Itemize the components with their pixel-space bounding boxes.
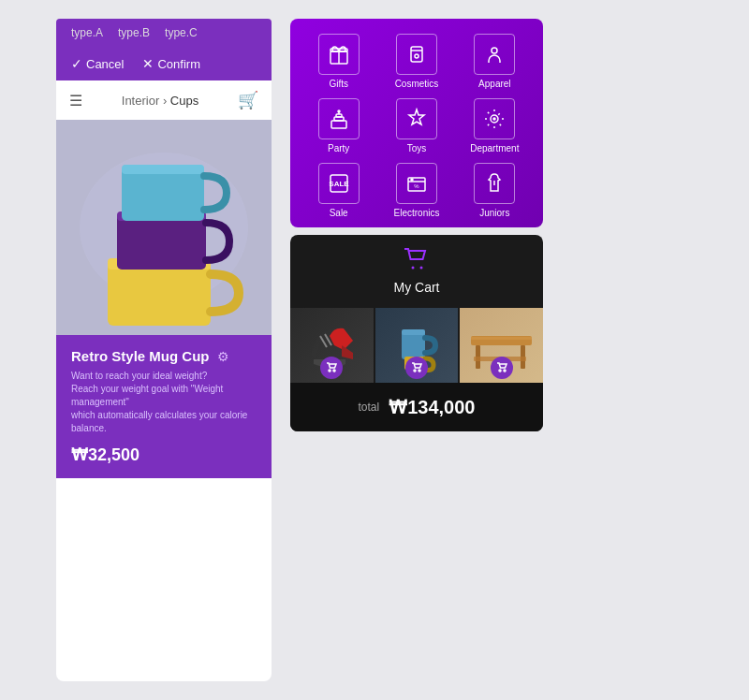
svg-point-19 bbox=[338, 110, 340, 112]
cancel-button[interactable]: ✓ Cancel bbox=[71, 56, 124, 71]
category-item-toys[interactable]: Toys bbox=[377, 98, 455, 153]
cart-total-label: total bbox=[359, 401, 380, 414]
svg-rect-15 bbox=[331, 121, 346, 128]
svg-point-39 bbox=[419, 370, 420, 372]
cosmetics-label: Cosmetics bbox=[395, 79, 439, 89]
department-icon bbox=[474, 98, 515, 139]
menu-icon[interactable]: ☰ bbox=[69, 92, 82, 109]
cart-icon-large bbox=[404, 248, 430, 276]
product-desc: Want to reach your ideal weight? Reach y… bbox=[71, 370, 257, 435]
cart-items-grid bbox=[290, 308, 543, 383]
svg-rect-35 bbox=[402, 331, 425, 359]
type-a-label: type.A bbox=[71, 26, 103, 39]
sale-icon: SALE bbox=[318, 163, 360, 204]
svg-point-46 bbox=[504, 370, 506, 372]
gifts-label: Gifts bbox=[329, 79, 348, 89]
category-panel: Gifts Cosmetics bbox=[290, 19, 543, 227]
left-panel: type.A type.B type.C ✓ Cancel ✕ Confirm … bbox=[56, 19, 272, 681]
category-item-cosmetics[interactable]: Cosmetics bbox=[377, 34, 455, 89]
svg-point-13 bbox=[415, 54, 419, 58]
svg-point-30 bbox=[420, 267, 423, 270]
cart-icon-header[interactable]: 🛒 bbox=[238, 90, 258, 110]
party-label: Party bbox=[328, 143, 349, 153]
svg-point-26 bbox=[411, 179, 413, 181]
toys-icon bbox=[396, 98, 437, 139]
cart-item-shoes[interactable] bbox=[290, 308, 374, 383]
svg-rect-36 bbox=[402, 329, 425, 335]
type-b-label: type.B bbox=[118, 26, 150, 39]
cart-item-table[interactable] bbox=[460, 308, 543, 383]
category-item-department[interactable]: Department bbox=[456, 98, 534, 153]
cart-badge-table bbox=[491, 357, 513, 379]
cart-item-mug[interactable] bbox=[375, 308, 459, 383]
cart-total-amount: ₩134,000 bbox=[389, 396, 475, 418]
confirm-button[interactable]: ✕ Confirm bbox=[142, 56, 200, 71]
product-image bbox=[56, 120, 272, 335]
toys-label: Toys bbox=[407, 143, 427, 153]
cart-panel: My Cart bbox=[290, 235, 543, 431]
x-icon: ✕ bbox=[142, 56, 154, 71]
product-title-row: Retro Style Mug Cup ⚙ bbox=[71, 348, 257, 364]
electronics-label: Electronics bbox=[394, 208, 440, 218]
department-label: Department bbox=[470, 143, 519, 153]
type-c-label: type.C bbox=[165, 26, 198, 39]
right-panel: Gifts Cosmetics bbox=[290, 19, 543, 681]
main-container: type.A type.B type.C ✓ Cancel ✕ Confirm … bbox=[0, 0, 749, 700]
category-item-apparel[interactable]: Apparel bbox=[456, 34, 534, 89]
type-bar: type.A type.B type.C bbox=[56, 19, 272, 47]
cancel-confirm-bar: ✓ Cancel ✕ Confirm bbox=[56, 47, 272, 80]
svg-rect-7 bbox=[122, 165, 204, 174]
sale-label: Sale bbox=[330, 208, 348, 218]
juniors-label: Juniors bbox=[479, 208, 509, 218]
svg-point-45 bbox=[499, 370, 501, 372]
svg-rect-17 bbox=[336, 114, 342, 117]
product-info: Retro Style Mug Cup ⚙ Want to reach your… bbox=[56, 335, 272, 478]
svg-point-33 bbox=[329, 370, 330, 372]
apparel-icon bbox=[474, 34, 515, 75]
juniors-icon bbox=[474, 163, 515, 204]
cart-header: My Cart bbox=[290, 235, 543, 308]
cosmetics-icon bbox=[396, 34, 437, 75]
product-card: ☰ Interior › Cups 🛒 bbox=[56, 80, 272, 681]
svg-point-29 bbox=[412, 267, 415, 270]
cart-badge-mug bbox=[405, 357, 428, 379]
apparel-label: Apparel bbox=[478, 79, 510, 89]
check-icon: ✓ bbox=[71, 56, 82, 71]
product-title: Retro Style Mug Cup bbox=[71, 348, 210, 364]
party-icon bbox=[318, 98, 360, 139]
category-item-sale[interactable]: SALE Sale bbox=[300, 163, 377, 218]
gear-icon[interactable]: ⚙ bbox=[217, 349, 229, 364]
svg-rect-4 bbox=[117, 213, 206, 270]
breadcrumb: Interior › Cups bbox=[122, 94, 198, 108]
svg-text:%: % bbox=[414, 183, 419, 189]
svg-point-21 bbox=[493, 118, 495, 120]
svg-point-34 bbox=[333, 370, 335, 372]
cart-total-bar: total ₩134,000 bbox=[290, 383, 543, 431]
category-item-gifts[interactable]: Gifts bbox=[300, 34, 377, 89]
product-price: ₩32,500 bbox=[71, 445, 257, 465]
electronics-icon: % bbox=[396, 163, 437, 204]
category-item-party[interactable]: Party bbox=[300, 98, 377, 153]
svg-rect-41 bbox=[471, 337, 532, 340]
svg-text:SALE: SALE bbox=[329, 180, 349, 188]
gifts-icon bbox=[318, 34, 360, 75]
category-item-juniors[interactable]: Juniors bbox=[456, 163, 534, 218]
cart-title: My Cart bbox=[394, 280, 440, 295]
svg-point-14 bbox=[492, 48, 497, 53]
category-grid: Gifts Cosmetics bbox=[300, 34, 534, 218]
svg-rect-6 bbox=[122, 167, 204, 221]
svg-rect-2 bbox=[108, 260, 211, 326]
product-card-header: ☰ Interior › Cups 🛒 bbox=[56, 80, 272, 120]
cart-badge-shoes bbox=[320, 357, 343, 379]
svg-point-38 bbox=[414, 370, 416, 372]
category-item-electronics[interactable]: % Electronics bbox=[377, 163, 455, 218]
